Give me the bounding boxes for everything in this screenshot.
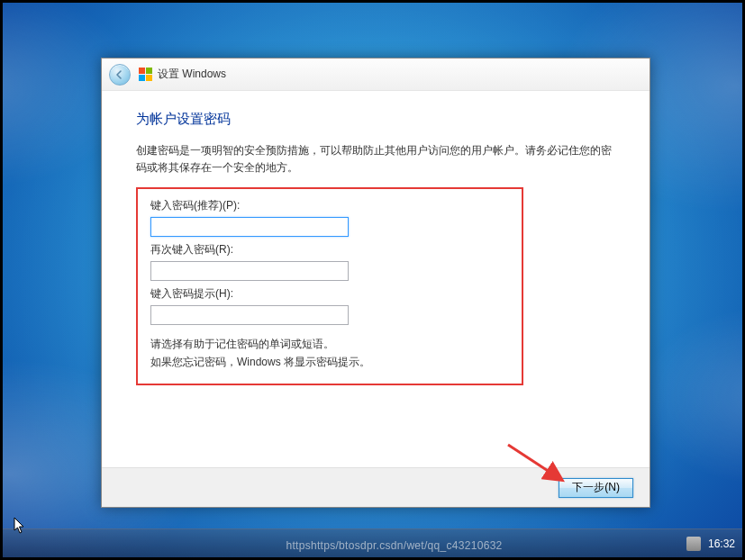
form-highlight-box: 键入密码(推荐)(P): 再次键入密码(R): 键入密码提示(H): 请选择有助… — [136, 187, 523, 384]
confirm-password-label: 再次键入密码(R): — [150, 242, 509, 257]
network-icon[interactable] — [686, 537, 701, 551]
back-button[interactable] — [109, 64, 131, 86]
watermark-text: httpshttps/btosdpr.csdn/wet/qq_c43210632 — [286, 539, 502, 552]
page-description: 创建密码是一项明智的安全预防措施，可以帮助防止其他用户访问您的用户帐户。请务必记… — [136, 142, 615, 176]
password-label: 键入密码(推荐)(P): — [150, 198, 509, 213]
hint-help-line2: 如果您忘记密码，Windows 将显示密码提示。 — [150, 354, 509, 371]
password-input[interactable] — [150, 217, 349, 237]
windows-logo-icon — [138, 68, 152, 82]
taskbar-clock: 16:32 — [708, 537, 735, 550]
confirm-password-input[interactable] — [150, 261, 349, 281]
setup-dialog: 设置 Windows 为帐户设置密码 创建密码是一项明智的安全预防措施，可以帮助… — [101, 58, 650, 508]
taskbar: httpshttps/btosdpr.csdn/wet/qq_c43210632… — [3, 528, 742, 557]
dialog-footer: 下一步(N) — [102, 467, 650, 507]
password-hint-input[interactable] — [150, 305, 349, 325]
next-button[interactable]: 下一步(N) — [559, 478, 633, 498]
hint-help-line1: 请选择有助于记住密码的单词或短语。 — [150, 336, 509, 353]
page-title: 为帐户设置密码 — [136, 111, 615, 128]
dialog-header-title: 设置 Windows — [158, 67, 226, 82]
desktop-background: 设置 Windows 为帐户设置密码 创建密码是一项明智的安全预防措施，可以帮助… — [3, 3, 742, 557]
password-hint-label: 键入密码提示(H): — [150, 286, 509, 302]
hint-help-text: 请选择有助于记住密码的单词或短语。 如果您忘记密码，Windows 将显示密码提… — [150, 336, 509, 370]
dialog-header: 设置 Windows — [102, 59, 650, 91]
dialog-body: 为帐户设置密码 创建密码是一项明智的安全预防措施，可以帮助防止其他用户访问您的用… — [102, 91, 650, 385]
